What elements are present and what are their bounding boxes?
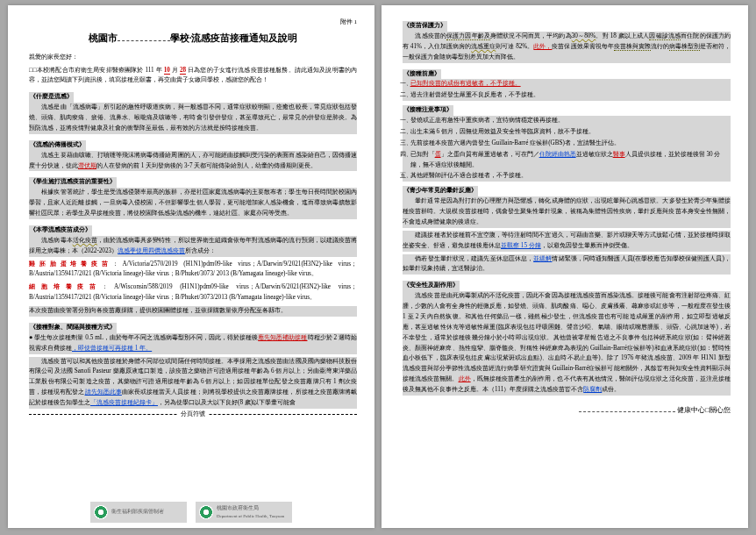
footer-health-center: 健康中心□關心您 (403, 404, 731, 416)
p2-sec2-list: 已知對疫苗的成份有過敏者，不予接種。 過去注射曾經發生嚴重不良反應者，不予接種。 (403, 79, 731, 101)
sec2-body: 流感主要藉由咳嗽、打噴嚏等飛沫將病毒傳播給周圍的人，亦可能經由接觸到受污染的表面… (29, 151, 357, 172)
section-student-importance: 《學生施打流感疫苗的重要性》 (29, 177, 117, 188)
sec1-body: 流感是由「流感病毒」所引起的急性呼吸道疾病，與一般感冒不同，通常症狀較明顯，痊癒… (29, 103, 357, 134)
list-item: 過去注射曾經發生嚴重不良反應者，不予接種。 (410, 90, 731, 101)
p2-sec3-list: 發燒或正患有急性中重疾病者，宜待病情穩定後再接種。 出生未滿 6 個月，因無使用… (403, 116, 731, 182)
p2-sec5-body: 流感疫苗是由死病毒製成的不活化疫苗，因此不會因為接種流感疫苗而感染流感。接種後可… (403, 291, 731, 396)
p2-sec4-body-a: 暈針通常是因為對打針的心理壓力與恐懼感，轉化成身體的症狀，出現眩暈與心跳感冒狀。… (403, 196, 731, 228)
vaccine-strain-1: 雞胚胎蛋培養疫苗：A/Victoria/2570/2019 (H1N1)pdm0… (29, 260, 357, 281)
section-before-vaccination: 《接種前應》 (403, 69, 441, 80)
document-page-1: 附件 1 桃園市學校·流感疫苗接種通知及說明 親愛的家長您好： □□本校將配合市… (8, 5, 374, 528)
p2-sec4-body-c: 倘若發生暈針狀況，建議先至休息區休息，並緩解情緒緊張，同時通知醫護人員(在學校應… (403, 254, 731, 275)
cdc-logo-icon (94, 505, 108, 519)
p2-sec4-body-b: 建議接種者於接種前不宜空腹，等待注射時間不宜過久，可藉由音樂、影片或聊天等方式放… (403, 231, 731, 252)
sec5-paragraph: 流感疫苗可以和其他疫苗接種於身體不同部位或間隔任何時間接種。本季採用之流感疫苗由… (29, 357, 357, 409)
document-page-2: 《疫苗保護力》 流感疫苗的保護力因年齡及身體狀況不同而異，平均約為30～80%。… (382, 5, 748, 528)
attachment-label: 附件 1 (29, 18, 357, 28)
school-blank-line (579, 406, 675, 412)
list-item: 先前接種本疫苗六週內曾發生 Guillain-Barré 症候群(GBS)者，宜… (410, 139, 731, 149)
section-safety-side-effects: 《安全性及副作用》 (403, 281, 460, 291)
sec4-note: 本次疫苗由疫管署分別向各疫苗廠採購，提供校園團體接種，並依採購數量依序分配至各縣… (29, 306, 357, 317)
stamp-cdc: 衛生福利部疾病管制署 (90, 502, 187, 523)
greeting-line: 親愛的家長您好： (29, 53, 357, 63)
intro-paragraph: □□本校將配合市府衛生局安排醫療團隊於 111 年 10 月 28 日為您的子女… (29, 66, 357, 87)
list-item: 已知對疫苗的成份有過敏者，不予接種。 (410, 79, 731, 89)
list-item: 已知對「蛋」之蛋白質有嚴重過敏者，可在門／住院經由熟悉並過敏症狀之醫事人員提供接… (410, 150, 731, 171)
section-vaccination-notes: 《接種注意事項》 (403, 105, 453, 116)
list-item: 發燒或正患有急性中重疾病者，宜待病情穩定後再接種。 (410, 116, 731, 126)
p2-sec1-body: 流感疫苗的保護力因年齡及身體狀況不同而異，平均約為30～80%。對 18 歲以上… (403, 32, 731, 63)
section-protection: 《疫苗保護力》 (403, 21, 447, 32)
section-target-interval: 《接種對象、間隔與接種方式》 (29, 323, 117, 333)
sec4-body: 流感病毒本活化疫苗，由於流感病毒具多變特性，所以世界衛生組織會依每年對流感病毒的… (29, 236, 357, 257)
page-break-line: 分頁符號 (29, 414, 357, 425)
section-transmission: 《流感的傳播模式》 (29, 140, 86, 151)
sec3-body: 根據疾管署統計，學生是受流感侵襲率最高的族群，亦是社區家庭流感病毒的主要散布者；… (29, 188, 357, 219)
section-what-is-flu: 《什麼是流感》 (29, 92, 74, 103)
section-fainting-reaction: 《青少年常見的暈針反應》 (403, 186, 478, 196)
list-item: 出生未滿 6 個月，因無使用效益及安全性等臨床資料，故不予接種。 (410, 127, 731, 138)
sec5-bullet: ● 學生每次接種劑量 0.5 mL，由於每年不同之流感病毒型別不同，因此，得於接… (29, 333, 357, 354)
stamp-taoyuan-health: 桃園市政府衛生局 Department of Public Health, Ta… (196, 502, 292, 523)
vaccine-strain-2: 細胞培養疫苗：A/Wisconsin/588/2019 (H1N1)pdm09-… (29, 282, 357, 303)
section-vaccine-ingredients: 《本季流感疫苗成分》 (29, 225, 92, 236)
taoyuan-logo-icon (199, 505, 213, 519)
footer-stamps: 衛生福利部疾病管制署 桃園市政府衛生局 Department of Public… (8, 502, 374, 523)
list-item: 其他經醫師評估不適合接種者，不予接種。 (410, 171, 731, 182)
document-title: 桃園市學校·流感疫苗接種通知及說明 (29, 30, 357, 46)
